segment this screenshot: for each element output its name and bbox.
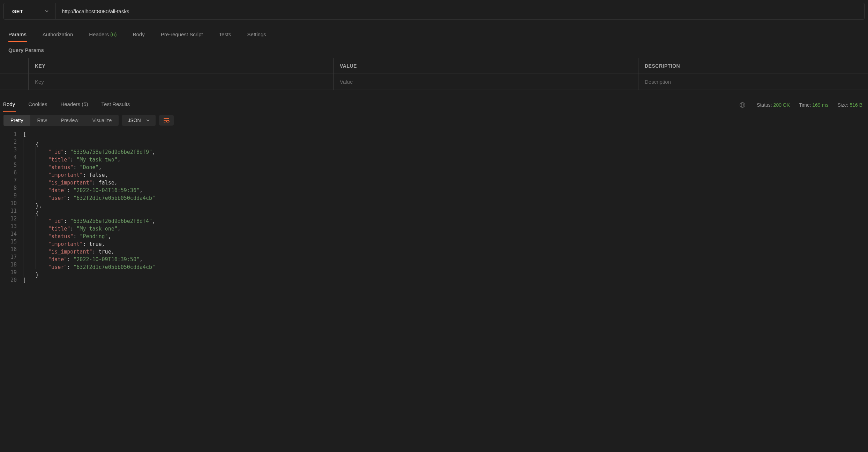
status-label: Status: bbox=[757, 102, 772, 108]
params-key-input[interactable] bbox=[35, 79, 327, 85]
view-tab-pretty[interactable]: Pretty bbox=[3, 115, 30, 126]
request-tab-pre-request-script[interactable]: Pre-request Script bbox=[158, 28, 210, 42]
code-line: "user": "632f2d1c7e05bb050cdda4cb" bbox=[23, 192, 868, 200]
code-line: "status": "Done", bbox=[23, 161, 868, 169]
line-gutter: 1234567891011121314151617181920 bbox=[0, 131, 23, 284]
size-value: 516 B bbox=[850, 102, 862, 108]
code-line: } bbox=[23, 269, 868, 277]
http-method-label: GET bbox=[12, 8, 23, 14]
request-tab-body[interactable]: Body bbox=[130, 28, 151, 42]
line-number: 3 bbox=[10, 146, 17, 154]
params-desc-header: DESCRIPTION bbox=[638, 58, 868, 74]
response-tab-body[interactable]: Body bbox=[1, 98, 21, 111]
line-number: 8 bbox=[10, 184, 17, 192]
view-tab-raw[interactable]: Raw bbox=[30, 115, 54, 126]
line-number: 7 bbox=[10, 177, 17, 184]
line-number: 16 bbox=[10, 246, 17, 254]
code-line: { bbox=[23, 208, 868, 215]
code-line: "title": "My task one", bbox=[23, 223, 868, 231]
code-line: "is_important": false, bbox=[23, 177, 868, 184]
line-number: 18 bbox=[10, 261, 17, 269]
line-number: 11 bbox=[10, 208, 17, 215]
code-lines: [{"_id": "6339a758ef26d9d6be2f8df9","tit… bbox=[23, 131, 868, 284]
url-input[interactable] bbox=[55, 3, 864, 19]
view-tab-visualize[interactable]: Visualize bbox=[85, 115, 119, 126]
format-select[interactable]: JSON bbox=[122, 115, 155, 126]
line-number: 6 bbox=[10, 169, 17, 177]
code-line: { bbox=[23, 138, 868, 146]
wrap-icon bbox=[163, 118, 170, 123]
code-line: "important": true, bbox=[23, 238, 868, 246]
request-bar: GET bbox=[3, 3, 865, 20]
query-params-label: Query Params bbox=[0, 42, 868, 58]
tab-count: (6) bbox=[109, 31, 117, 37]
line-number: 1 bbox=[10, 131, 17, 138]
code-line: [ bbox=[23, 131, 868, 138]
chevron-down-icon bbox=[146, 118, 150, 122]
params-checkbox-header bbox=[0, 58, 29, 74]
format-label: JSON bbox=[128, 118, 141, 123]
params-checkbox-cell[interactable] bbox=[0, 74, 29, 90]
response-tab-headers[interactable]: Headers (5) bbox=[58, 98, 94, 111]
view-tab-preview[interactable]: Preview bbox=[54, 115, 85, 126]
code-line: "date": "2022-10-09T16:39:50", bbox=[23, 254, 868, 261]
code-line: "important": false, bbox=[23, 169, 868, 177]
params-desc-input[interactable] bbox=[645, 79, 862, 85]
status-block[interactable]: Status: 200 OK bbox=[757, 102, 790, 108]
line-number: 5 bbox=[10, 161, 17, 169]
line-number: 17 bbox=[10, 254, 17, 261]
params-empty-row bbox=[0, 74, 868, 90]
line-number: 4 bbox=[10, 154, 17, 161]
http-method-select[interactable]: GET bbox=[4, 3, 55, 19]
params-key-header: KEY bbox=[29, 58, 334, 74]
params-header-row: KEY VALUE DESCRIPTION bbox=[0, 58, 868, 74]
params-table: KEY VALUE DESCRIPTION bbox=[0, 58, 868, 90]
line-number: 14 bbox=[10, 231, 17, 238]
response-tab-cookies[interactable]: Cookies bbox=[26, 98, 53, 111]
status-value: 200 OK bbox=[773, 102, 790, 108]
view-mode-tabs: PrettyRawPreviewVisualize bbox=[3, 115, 119, 126]
request-tabs: ParamsAuthorizationHeaders (6)BodyPre-re… bbox=[0, 28, 868, 42]
size-label: Size: bbox=[837, 102, 848, 108]
code-line: "_id": "6339a2b6ef26d9d6be2f8df4", bbox=[23, 215, 868, 223]
code-line: "status": "Pending", bbox=[23, 231, 868, 238]
line-number: 19 bbox=[10, 269, 17, 277]
response-body-code[interactable]: 1234567891011121314151617181920 [{"_id":… bbox=[0, 129, 868, 284]
code-line: "is_important": true, bbox=[23, 246, 868, 254]
code-line: "_id": "6339a758ef26d9d6be2f8df9", bbox=[23, 146, 868, 154]
params-value-header: VALUE bbox=[334, 58, 638, 74]
params-value-input[interactable] bbox=[340, 79, 632, 85]
line-number: 13 bbox=[10, 223, 17, 231]
line-number: 10 bbox=[10, 200, 17, 208]
request-tab-authorization[interactable]: Authorization bbox=[40, 28, 80, 42]
request-tab-settings[interactable]: Settings bbox=[245, 28, 273, 42]
code-line: "user": "632f2d1c7e05bb050cdda4cb" bbox=[23, 261, 868, 269]
time-value: 169 ms bbox=[812, 102, 828, 108]
code-line: ] bbox=[23, 277, 868, 284]
request-tab-params[interactable]: Params bbox=[6, 28, 33, 42]
request-tab-tests[interactable]: Tests bbox=[216, 28, 238, 42]
code-line: "date": "2022-10-04T16:59:36", bbox=[23, 184, 868, 192]
response-bar: BodyCookiesHeaders (5)Test Results Statu… bbox=[0, 94, 868, 111]
time-label: Time: bbox=[799, 102, 811, 108]
globe-icon[interactable] bbox=[739, 102, 746, 108]
response-tabs: BodyCookiesHeaders (5)Test Results bbox=[1, 98, 141, 111]
request-tab-headers[interactable]: Headers (6) bbox=[86, 28, 124, 42]
wrap-lines-button[interactable] bbox=[159, 115, 174, 126]
line-number: 9 bbox=[10, 192, 17, 200]
line-number: 15 bbox=[10, 238, 17, 246]
response-view-controls: PrettyRawPreviewVisualize JSON bbox=[0, 111, 868, 129]
response-tab-test-results[interactable]: Test Results bbox=[99, 98, 136, 111]
response-meta: Status: 200 OK Time: 169 ms Size: 516 B bbox=[739, 102, 862, 108]
code-line: "title": "My task two", bbox=[23, 154, 868, 161]
chevron-down-icon bbox=[45, 9, 49, 13]
line-number: 2 bbox=[10, 138, 17, 146]
code-line: }, bbox=[23, 200, 868, 208]
size-block[interactable]: Size: 516 B bbox=[837, 102, 862, 108]
tab-count: (5) bbox=[80, 101, 88, 107]
line-number: 20 bbox=[10, 277, 17, 284]
line-number: 12 bbox=[10, 215, 17, 223]
time-block[interactable]: Time: 169 ms bbox=[799, 102, 828, 108]
